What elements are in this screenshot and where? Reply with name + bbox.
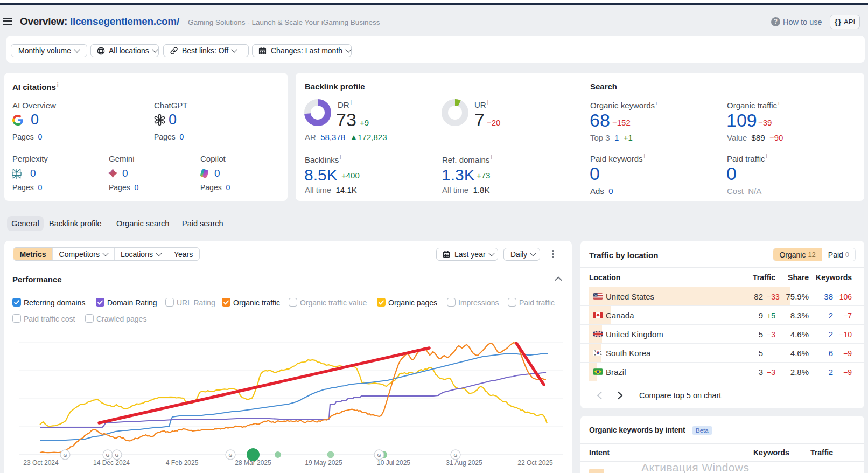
svg-text:G: G — [228, 453, 232, 458]
svg-text:G: G — [63, 453, 67, 458]
svg-text:G: G — [106, 453, 109, 458]
svg-text:G: G — [115, 453, 118, 458]
svg-text:G: G — [453, 453, 457, 458]
svg-text:G: G — [377, 453, 381, 458]
